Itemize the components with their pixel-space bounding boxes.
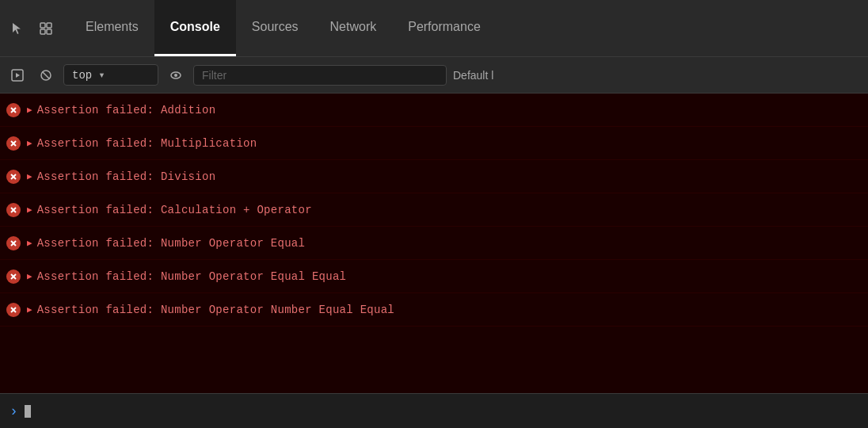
console-error-row[interactable]: ▶Assertion failed: Multiplication — [0, 127, 868, 160]
error-message: Assertion failed: Multiplication — [37, 137, 257, 150]
expand-triangle-icon[interactable]: ▶ — [27, 238, 32, 248]
error-message: Assertion failed: Number Operator Number… — [37, 304, 394, 316]
tab-sources[interactable]: Sources — [236, 0, 314, 56]
error-message: Assertion failed: Division — [37, 170, 216, 183]
error-icon — [6, 236, 21, 250]
expand-triangle-icon[interactable]: ▶ — [27, 105, 32, 115]
layers-icon[interactable] — [35, 17, 57, 40]
expand-triangle-icon[interactable]: ▶ — [27, 138, 32, 148]
svg-line-6 — [43, 71, 50, 78]
error-message: Assertion failed: Calculation + Operator — [37, 204, 312, 216]
error-icon — [6, 136, 21, 151]
error-icon — [6, 303, 21, 317]
expand-triangle-icon[interactable]: ▶ — [27, 304, 32, 315]
svg-rect-1 — [47, 23, 51, 28]
devtools-icons — [6, 17, 57, 40]
error-icon — [6, 170, 21, 184]
expand-triangle-icon[interactable]: ▶ — [27, 204, 32, 215]
tab-console[interactable]: Console — [154, 0, 236, 56]
error-icon — [6, 103, 21, 117]
tab-network[interactable]: Network — [314, 0, 393, 56]
console-error-row[interactable]: ▶Assertion failed: Number Operator Numbe… — [0, 293, 868, 327]
svg-rect-0 — [40, 23, 45, 28]
eye-icon[interactable] — [165, 64, 187, 86]
cursor-icon[interactable] — [6, 17, 29, 40]
filter-input[interactable] — [193, 65, 447, 86]
play-icon[interactable] — [6, 64, 29, 86]
tab-elements[interactable]: Elements — [70, 0, 154, 56]
chevron-down-icon: ▾ — [98, 68, 105, 82]
default-level-label: Default l — [453, 69, 493, 82]
error-message: Assertion failed: Addition — [37, 104, 216, 117]
context-value: top — [72, 69, 92, 82]
tab-bar: Elements Console Sources Network Perform… — [0, 0, 868, 57]
error-icon — [6, 203, 21, 217]
tab-performance[interactable]: Performance — [392, 0, 497, 56]
svg-rect-2 — [40, 29, 45, 34]
console-input-bar[interactable]: › — [0, 393, 868, 428]
expand-triangle-icon[interactable]: ▶ — [27, 171, 32, 182]
console-error-row[interactable]: ▶Assertion failed: Number Operator Equal… — [0, 260, 868, 293]
console-toolbar: top ▾ Default l — [0, 57, 868, 94]
error-message: Assertion failed: Number Operator Equal — [37, 237, 306, 250]
console-error-row[interactable]: ▶Assertion failed: Number Operator Equal — [0, 227, 868, 260]
expand-triangle-icon[interactable]: ▶ — [27, 271, 32, 281]
svg-rect-3 — [47, 29, 51, 34]
console-error-row[interactable]: ▶Assertion failed: Calculation + Operato… — [0, 193, 868, 227]
context-selector[interactable]: top ▾ — [63, 64, 158, 86]
prompt-cursor — [25, 405, 31, 418]
console-error-row[interactable]: ▶Assertion failed: Addition — [0, 94, 868, 127]
svg-point-8 — [174, 74, 177, 77]
prompt-arrow: › — [10, 403, 18, 419]
error-icon — [6, 269, 21, 284]
console-output: ▶Assertion failed: Addition▶Assertion fa… — [0, 94, 868, 393]
console-error-row[interactable]: ▶Assertion failed: Division — [0, 160, 868, 193]
ban-icon[interactable] — [35, 64, 57, 86]
error-message: Assertion failed: Number Operator Equal … — [37, 270, 347, 283]
